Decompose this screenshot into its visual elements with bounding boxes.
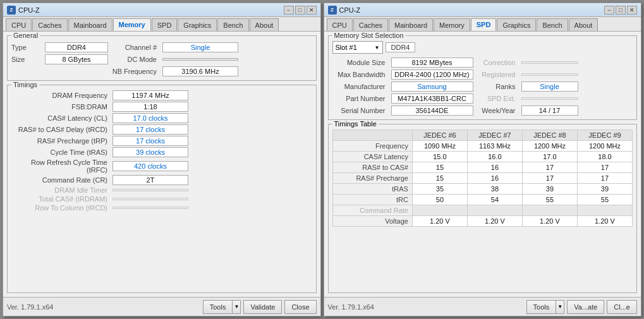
max-bw-label: Max Bandwidth bbox=[332, 71, 389, 78]
timings-table: JEDEC #6 JEDEC #7 JEDEC #8 JEDEC #9 Freq… bbox=[332, 129, 633, 227]
app-icon-2: Z bbox=[328, 6, 337, 15]
correction-label: Correction bbox=[475, 59, 519, 66]
slot-dropdown[interactable]: Slot #1 ▼ bbox=[332, 41, 383, 54]
timings-cell: 54 bbox=[467, 195, 522, 205]
slot-selection-group: Memory Slot Selection Slot #1 ▼ DDR4 Mod… bbox=[328, 35, 638, 120]
ranks-label: Ranks bbox=[475, 83, 519, 90]
tab-cpu-1[interactable]: CPU bbox=[6, 18, 32, 31]
tab-about-2[interactable]: About bbox=[569, 18, 598, 31]
timings-data-row: Frequency1090 MHz1163 MHz1200 MHz1200 MH… bbox=[332, 141, 633, 152]
slot-row: Slot #1 ▼ DDR4 bbox=[332, 39, 633, 57]
footer-1: Ver. 1.79.1.x64 Tools ▼ Validate Close bbox=[3, 297, 320, 316]
timing-row: Cycle Time (tRAS)39 clocks bbox=[11, 147, 312, 157]
timings-cell bbox=[577, 205, 632, 216]
validate-button-1[interactable]: Validate bbox=[243, 300, 282, 314]
timings-cell: 17 bbox=[522, 173, 577, 184]
timings-cell: 15 bbox=[412, 173, 467, 184]
tab-cpu-2[interactable]: CPU bbox=[327, 18, 353, 31]
tab-bench-1[interactable]: Bench bbox=[217, 18, 248, 31]
timings-cell: 16.0 bbox=[467, 152, 522, 162]
tab-mainboard-1[interactable]: Mainboard bbox=[68, 18, 112, 31]
spd-ext-label: SPD Ext. bbox=[475, 95, 519, 102]
timing-row-value: 420 clocks bbox=[112, 161, 188, 171]
minimize-button-2[interactable]: − bbox=[604, 6, 614, 15]
timings-header-row: JEDEC #6 JEDEC #7 JEDEC #8 JEDEC #9 bbox=[332, 130, 633, 141]
tools-button-1[interactable]: Tools bbox=[203, 300, 233, 314]
tools-button-2[interactable]: Tools bbox=[526, 300, 556, 314]
tab-caches-2[interactable]: Caches bbox=[353, 18, 388, 31]
slot-selection-label: Memory Slot Selection bbox=[332, 32, 406, 39]
window-title-2: CPU-Z bbox=[339, 6, 361, 14]
timings-cell: 1200 MHz bbox=[577, 141, 632, 152]
tab-memory-1[interactable]: Memory bbox=[113, 18, 151, 31]
timings-row-label: CAS# Latency bbox=[332, 152, 412, 162]
version-1: Ver. 1.79.1.x64 bbox=[7, 303, 53, 311]
tab-spd-2[interactable]: SPD bbox=[471, 18, 497, 31]
timing-row-label: DRAM Idle Timer bbox=[11, 186, 112, 194]
timing-row-value: 39 clocks bbox=[112, 147, 188, 157]
part-number-label: Part Number bbox=[332, 95, 389, 102]
footer-buttons-2: Tools ▼ Va...ate Cl...e bbox=[526, 300, 637, 314]
registered-label: Registered bbox=[475, 71, 519, 78]
tab-mainboard-2[interactable]: Mainboard bbox=[389, 18, 433, 31]
timings-cell: 1.20 V bbox=[412, 216, 467, 227]
ranks-value: Single bbox=[521, 81, 578, 92]
maximize-button-1[interactable]: □ bbox=[295, 6, 305, 15]
close-button-1[interactable]: ✕ bbox=[307, 6, 317, 15]
timings-cell: 50 bbox=[412, 195, 467, 205]
version-2: Ver. 1.79.1.x64 bbox=[328, 303, 374, 311]
module-size-value: 8192 MBytes bbox=[391, 57, 473, 68]
timings-cell: 17 bbox=[577, 162, 632, 173]
tools-arrow-2[interactable]: ▼ bbox=[556, 300, 564, 314]
timings-row-label: tRC bbox=[332, 195, 412, 205]
tab-memory-2[interactable]: Memory bbox=[434, 18, 470, 31]
timings-cell: 1090 MHz bbox=[412, 141, 467, 152]
spd-ext-value bbox=[521, 97, 578, 100]
timings-row-label: Voltage bbox=[332, 216, 412, 227]
channel-value: Single bbox=[162, 42, 238, 52]
title-buttons-1: − □ ✕ bbox=[284, 6, 317, 15]
tab-bar-2: CPU Caches Mainboard Memory SPD Graphics… bbox=[324, 17, 641, 32]
timing-row-label: Cycle Time (tRAS) bbox=[11, 148, 112, 156]
timings-cell: 18.0 bbox=[577, 152, 632, 162]
timing-row: DRAM Frequency1197.4 MHz bbox=[11, 90, 312, 100]
tab-graphics-2[interactable]: Graphics bbox=[497, 18, 536, 31]
timing-row-value: 1197.4 MHz bbox=[112, 90, 188, 100]
timings-rows: DRAM Frequency1197.4 MHzFSB:DRAM1:18CAS#… bbox=[11, 88, 312, 212]
tab-bench-2[interactable]: Bench bbox=[537, 18, 568, 31]
timing-row-label: RAS# to CAS# Delay (tRCD) bbox=[11, 126, 112, 133]
maximize-button-2[interactable]: □ bbox=[616, 6, 626, 15]
manufacturer-label: Manufacturer bbox=[332, 83, 389, 90]
timings-row-label: Frequency bbox=[332, 141, 412, 152]
serial-value: 356144DE bbox=[391, 105, 473, 116]
manufacturer-value: Samsung bbox=[391, 81, 473, 92]
col-header-jedec6: JEDEC #6 bbox=[412, 130, 467, 141]
timings-table-head: JEDEC #6 JEDEC #7 JEDEC #8 JEDEC #9 bbox=[332, 130, 633, 141]
general-group: General Type DDR4 Channel # Single Size … bbox=[7, 35, 317, 81]
timings-cell bbox=[412, 205, 467, 216]
tab-graphics-1[interactable]: Graphics bbox=[178, 18, 217, 31]
week-year-value: 14 / 17 bbox=[521, 105, 578, 116]
tools-arrow-1[interactable]: ▼ bbox=[232, 300, 241, 314]
timing-row-value: 17.0 clocks bbox=[112, 113, 188, 123]
close-button-footer-2[interactable]: Cl...e bbox=[607, 300, 637, 314]
tools-btn-group-1: Tools ▼ bbox=[203, 300, 241, 314]
timings-row-label: RAS# to CAS# bbox=[332, 162, 412, 173]
close-button-footer-1[interactable]: Close bbox=[284, 300, 316, 314]
module-size-label: Module Size bbox=[332, 59, 389, 66]
tab-spd-1[interactable]: SPD bbox=[152, 18, 178, 31]
minimize-button-1[interactable]: − bbox=[284, 6, 294, 15]
timings-label: Timings bbox=[11, 81, 39, 88]
tab-caches-1[interactable]: Caches bbox=[32, 18, 67, 31]
timings-cell: 35 bbox=[412, 184, 467, 195]
type-value: DDR4 bbox=[45, 42, 108, 52]
max-bw-value: DDR4-2400 (1200 MHz) bbox=[391, 69, 473, 80]
timings-data-row: Voltage1.20 V1.20 V1.20 V1.20 V bbox=[332, 216, 633, 227]
close-button-2[interactable]: ✕ bbox=[627, 6, 637, 15]
validate-button-2[interactable]: Va...ate bbox=[567, 300, 604, 314]
tab-about-1[interactable]: About bbox=[250, 18, 279, 31]
timings-table-section: Timings Table JEDEC #6 JEDEC #7 JEDEC #8… bbox=[328, 124, 638, 293]
window-1: Z CPU-Z − □ ✕ CPU Caches Mainboard Memor… bbox=[3, 3, 321, 316]
serial-label: Serial Number bbox=[332, 107, 389, 114]
size-label: Size bbox=[11, 56, 43, 63]
